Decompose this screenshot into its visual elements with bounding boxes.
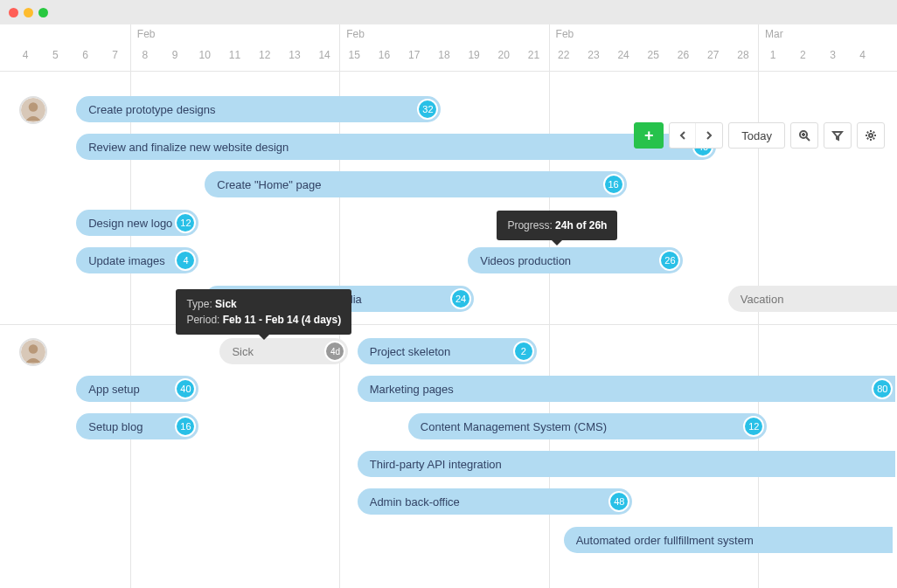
day-label[interactable]: 7 xyxy=(112,49,118,61)
task-bar[interactable]: Admin back-office48 xyxy=(358,488,633,515)
task-bar[interactable]: Automated order fullfillment system xyxy=(564,527,893,553)
task-bar[interactable]: Third-party API integration xyxy=(358,451,896,477)
day-label[interactable]: 2 xyxy=(800,49,806,61)
day-label[interactable]: 21 xyxy=(528,49,539,61)
settings-button[interactable] xyxy=(857,122,885,149)
day-label[interactable]: 14 xyxy=(318,49,330,61)
task-hours-badge: 24 xyxy=(450,288,471,309)
day-label[interactable]: 6 xyxy=(82,49,88,61)
day-label[interactable]: 4 xyxy=(859,49,866,61)
day-label[interactable]: 1 xyxy=(770,49,776,61)
zoom-button[interactable] xyxy=(790,122,818,149)
task-bar[interactable]: Update images4 xyxy=(76,247,198,273)
day-label[interactable]: 20 xyxy=(498,49,510,61)
close-dot[interactable] xyxy=(9,8,18,17)
day-label[interactable]: 4 xyxy=(23,49,29,61)
task-bar[interactable]: Setup blog16 xyxy=(76,413,198,439)
day-label[interactable]: 17 xyxy=(408,49,420,61)
day-label[interactable]: 11 xyxy=(229,49,240,61)
day-label[interactable]: 27 xyxy=(707,49,719,61)
task-label: Review and finalize new website design xyxy=(76,141,289,154)
tooltip-type-value: Sick xyxy=(215,298,237,310)
task-hours-badge: 16 xyxy=(603,174,624,195)
task-label: Sick xyxy=(219,345,254,358)
day-label[interactable]: 10 xyxy=(199,49,211,61)
task-bar[interactable]: Review and finalize new website design40 xyxy=(76,134,716,160)
absence-bar[interactable]: Vacation xyxy=(728,286,897,312)
task-bar[interactable]: Create prototype designs32 xyxy=(76,96,441,122)
next-button[interactable] xyxy=(696,123,722,148)
day-label[interactable]: 13 xyxy=(289,49,300,61)
day-label[interactable]: 16 xyxy=(379,49,390,61)
task-hours-badge: 26 xyxy=(659,250,680,271)
zoom-dot[interactable] xyxy=(38,8,48,17)
task-label: Update images xyxy=(76,254,164,267)
task-hours-badge: 32 xyxy=(417,99,438,120)
absence-tooltip: Type: SickPeriod: Feb 11 - Feb 14 (4 day… xyxy=(176,289,351,335)
task-bar[interactable]: Content Management System (CMS)12 xyxy=(408,413,767,439)
workspace: FebFebFebMar 456789101112131415161718192… xyxy=(0,24,897,588)
day-label[interactable]: 28 xyxy=(737,49,748,61)
user-avatar[interactable] xyxy=(19,96,47,124)
chevron-right-icon xyxy=(703,129,715,142)
task-hours-badge: 80 xyxy=(872,378,893,399)
day-label[interactable]: 3 xyxy=(830,49,836,61)
task-label: Vacation xyxy=(728,293,784,306)
section-divider xyxy=(0,324,897,325)
window-titlebar xyxy=(0,0,897,24)
svg-point-3 xyxy=(29,102,38,112)
task-hours-badge: 48 xyxy=(608,491,629,512)
tooltip-period-label: Period: xyxy=(186,314,219,326)
task-hours-badge: 40 xyxy=(175,378,196,399)
add-button[interactable]: + xyxy=(634,122,664,149)
today-button[interactable]: Today xyxy=(728,122,785,149)
day-label[interactable]: 9 xyxy=(172,49,178,61)
day-label[interactable]: 8 xyxy=(143,49,149,61)
day-label[interactable]: 5 xyxy=(52,49,59,61)
timeline-ruler: FebFebFebMar 456789101112131415161718192… xyxy=(0,24,897,72)
day-label[interactable]: 25 xyxy=(648,49,659,61)
month-label: Feb xyxy=(556,28,574,40)
search-plus-icon xyxy=(798,129,810,142)
task-bar[interactable]: Videos production26 xyxy=(468,247,683,273)
month-label: Feb xyxy=(346,28,365,40)
progress-tooltip: Progress: 24h of 26h xyxy=(497,211,617,240)
day-label[interactable]: 24 xyxy=(617,49,629,61)
day-label[interactable]: 12 xyxy=(259,49,270,61)
task-label: Content Management System (CMS) xyxy=(408,420,607,433)
day-label[interactable]: 18 xyxy=(438,49,449,61)
day-label[interactable]: 15 xyxy=(349,49,360,61)
task-bar[interactable]: Design new logo12 xyxy=(76,210,198,236)
svg-point-5 xyxy=(29,344,38,354)
day-label[interactable]: 26 xyxy=(678,49,689,61)
task-bar[interactable]: Marketing pages80 xyxy=(358,376,896,402)
day-label[interactable]: 19 xyxy=(468,49,479,61)
day-label[interactable]: 23 xyxy=(588,49,599,61)
filter-button[interactable] xyxy=(824,122,852,149)
task-label: Setup blog xyxy=(76,420,143,433)
svg-point-1 xyxy=(869,134,873,137)
tooltip-type-label: Type: xyxy=(186,298,212,310)
chevron-left-icon xyxy=(677,129,689,142)
month-label: Feb xyxy=(137,28,156,40)
month-row: FebFebFebMar xyxy=(0,24,897,44)
task-hours-badge: 16 xyxy=(175,416,196,437)
task-hours-badge: 12 xyxy=(175,212,196,233)
user-avatar[interactable] xyxy=(19,338,47,366)
nav-buttons xyxy=(669,122,723,149)
task-hours-badge: 4 xyxy=(175,250,196,271)
minimize-dot[interactable] xyxy=(24,8,33,17)
task-bar[interactable]: App setup40 xyxy=(76,376,198,402)
task-hours-badge: 4d xyxy=(324,341,345,362)
day-label[interactable]: 22 xyxy=(558,49,569,61)
task-label: Design new logo xyxy=(76,217,172,230)
absence-bar[interactable]: Sick4d xyxy=(219,338,348,364)
task-bar[interactable]: Project skeleton2 xyxy=(358,338,537,364)
task-bar[interactable]: Create "Home" page16 xyxy=(205,171,626,197)
app-window: FebFebFebMar 456789101112131415161718192… xyxy=(0,0,897,588)
task-hours-badge: 2 xyxy=(513,341,534,362)
day-row: 4567891011121314151617181920212223242526… xyxy=(0,44,897,70)
task-label: Videos production xyxy=(468,254,571,267)
prev-button[interactable] xyxy=(670,123,696,148)
task-label: Automated order fullfillment system xyxy=(564,534,754,547)
